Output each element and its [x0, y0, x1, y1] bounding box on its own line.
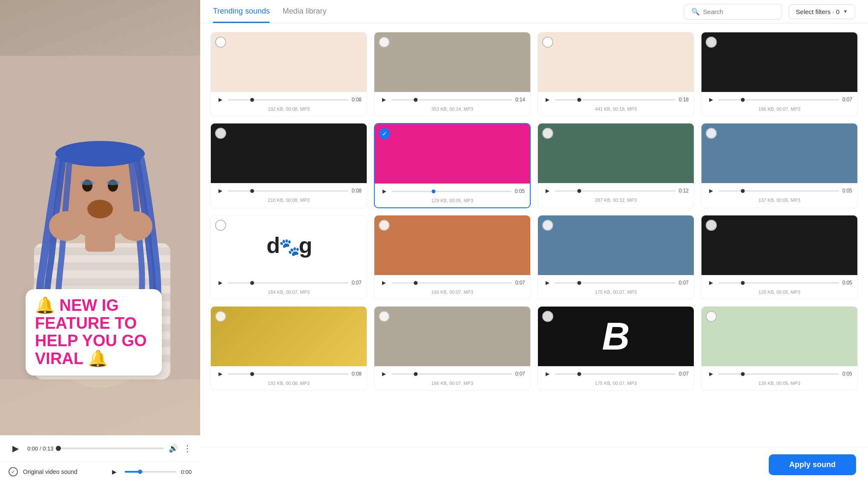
card-progress-bar[interactable] — [555, 373, 675, 375]
sound-card-4[interactable]: ▶ 0:07 186 KB, 00:07, MP3 — [701, 32, 858, 116]
chevron-down-icon: ▼ — [843, 9, 848, 14]
more-options-button[interactable]: ⋮ — [183, 443, 192, 453]
card-audio-row: ▶ 0:05 — [375, 184, 530, 197]
card-thumbnail — [211, 123, 367, 183]
card-progress-bar[interactable] — [555, 99, 675, 100]
card-progress-bar[interactable] — [719, 99, 839, 100]
card-select-badge[interactable] — [542, 311, 553, 322]
card-select-badge[interactable] — [706, 220, 717, 231]
search-icon: 🔍 — [691, 8, 700, 16]
card-audio-row: ▶ 0:08 — [211, 92, 367, 106]
card-progress-bar[interactable] — [228, 373, 348, 375]
sound-card-13[interactable]: ▶ 0:08 192 KB, 00:08, MP3 — [210, 306, 367, 390]
search-box[interactable]: 🔍 — [684, 4, 782, 20]
sound-card-8[interactable]: ▶ 0:05 137 KB, 00:05, MP3 — [701, 123, 858, 208]
card-duration: 0:05 — [842, 188, 852, 194]
sound-card-10[interactable]: ▶ 0:07 166 KB, 00:07, MP3 — [374, 215, 531, 299]
card-select-badge[interactable] — [542, 128, 553, 139]
card-select-badge[interactable] — [542, 37, 553, 48]
card-play-button[interactable]: ▶ — [707, 370, 715, 378]
filter-label: Select filters · 0 — [796, 8, 840, 15]
card-select-badge[interactable] — [215, 37, 226, 48]
card-progress-bar[interactable] — [555, 190, 675, 192]
card-select-badge[interactable] — [215, 311, 226, 322]
video-progress-bar[interactable] — [58, 448, 164, 449]
sound-card-1[interactable]: ▶ 0:08 192 KB, 00:08, MP3 — [210, 32, 367, 116]
apply-sound-button[interactable]: Apply sound — [769, 454, 856, 475]
card-play-button[interactable]: ▶ — [543, 95, 552, 104]
card-progress-dot — [414, 281, 417, 285]
tab-media-library[interactable]: Media library — [282, 7, 326, 23]
card-select-badge[interactable] — [706, 37, 717, 48]
card-play-button[interactable]: ▶ — [543, 186, 552, 195]
card-select-badge[interactable] — [379, 220, 390, 231]
card-thumbnail — [211, 307, 367, 366]
volume-button[interactable]: 🔊 — [169, 444, 178, 453]
sound-card-11[interactable]: ▶ 0:07 175 KB, 00:07, MP3 — [537, 215, 694, 299]
original-progress-bar[interactable] — [125, 471, 176, 473]
filter-button[interactable]: Select filters · 0 ▼ — [789, 4, 855, 19]
card-play-button[interactable]: ▶ — [379, 95, 388, 104]
card-audio-row: ▶ 0:07 — [701, 92, 857, 106]
card-play-button[interactable]: ▶ — [216, 95, 224, 104]
card-play-button[interactable]: ▶ — [216, 370, 224, 378]
card-play-button[interactable]: ▶ — [707, 278, 715, 287]
card-play-button[interactable]: ▶ — [380, 187, 388, 195]
card-meta: 287 KB, 00:12, MP3 — [538, 197, 694, 207]
play-button[interactable]: ▶ — [9, 442, 22, 455]
sound-card-6[interactable]: ✓ ▶ 0:05 129 KB, 00:05, MP3 — [374, 123, 531, 208]
card-progress-bar[interactable] — [719, 373, 839, 375]
card-progress-bar[interactable] — [392, 191, 512, 192]
card-play-button[interactable]: ▶ — [216, 278, 224, 287]
card-select-badge[interactable] — [379, 311, 390, 322]
card-progress-bar[interactable] — [719, 190, 839, 192]
card-select-badge[interactable] — [706, 128, 717, 139]
sound-grid: ▶ 0:08 192 KB, 00:08, MP3 ▶ 0:14 353 KB,… — [200, 23, 868, 447]
card-select-badge[interactable] — [706, 311, 717, 322]
card-meta: 192 KB, 00:08, MP3 — [211, 380, 367, 390]
sound-card-16[interactable]: ▶ 0:05 126 KB, 00:05, MP3 — [701, 306, 858, 390]
card-play-button[interactable]: ▶ — [543, 370, 552, 378]
card-progress-bar[interactable] — [391, 99, 512, 100]
tab-trending-sounds[interactable]: Trending sounds — [213, 7, 270, 23]
original-sound-check: ✓ — [9, 467, 18, 476]
card-play-button[interactable]: ▶ — [216, 186, 224, 195]
sound-card-3[interactable]: ▶ 0:18 441 KB, 00:18, MP3 — [537, 32, 694, 116]
sound-card-2[interactable]: ▶ 0:14 353 KB, 00:14, MP3 — [374, 32, 531, 116]
card-play-button[interactable]: ▶ — [379, 370, 388, 378]
card-play-button[interactable]: ▶ — [707, 186, 715, 195]
card-meta: 129 KB, 00:05, MP3 — [375, 197, 530, 207]
card-audio-row: ▶ 0:07 — [374, 275, 530, 289]
sound-card-14[interactable]: ▶ 0:07 166 KB, 00:07, MP3 — [374, 306, 531, 390]
card-progress-bar[interactable] — [391, 282, 512, 284]
card-select-badge[interactable] — [215, 220, 226, 231]
card-progress-bar[interactable] — [555, 282, 675, 284]
card-progress-bar[interactable] — [228, 282, 348, 284]
sound-card-12[interactable]: ▶ 0:05 126 KB, 00:05, MP3 — [701, 215, 858, 299]
sound-card-15[interactable]: B ▶ 0:07 175 KB, 00:07, MP3 — [537, 306, 694, 390]
video-time: 0:00 / 0:13 — [27, 445, 53, 452]
card-progress-bar[interactable] — [228, 190, 348, 192]
card-progress-bar[interactable] — [719, 282, 839, 284]
card-duration: 0:05 — [515, 188, 525, 194]
sound-card-5[interactable]: ▶ 0:08 210 KB, 00:08, MP3 — [210, 123, 367, 208]
card-play-button[interactable]: ▶ — [707, 95, 715, 104]
card-progress-dot — [577, 189, 581, 193]
card-select-badge[interactable] — [379, 37, 390, 48]
sound-card-9[interactable]: d🐾g ▶ 0:07 184 KB, 00:07, MP3 — [210, 215, 367, 299]
card-meta: 186 KB, 00:07, MP3 — [701, 106, 857, 116]
card-select-badge[interactable] — [215, 128, 226, 139]
original-play-button[interactable]: ▶ — [109, 467, 120, 477]
svg-point-16 — [55, 141, 145, 166]
sound-card-7[interactable]: ▶ 0:12 287 KB, 00:12, MP3 — [537, 123, 694, 208]
card-play-button[interactable]: ▶ — [543, 278, 552, 287]
card-progress-bar[interactable] — [228, 99, 348, 100]
card-meta: 166 KB, 00:07, MP3 — [374, 380, 530, 390]
card-progress-bar[interactable] — [391, 373, 512, 375]
card-duration: 0:12 — [679, 188, 689, 194]
card-select-badge[interactable] — [542, 220, 553, 231]
card-thumbnail — [538, 123, 694, 183]
search-input[interactable] — [703, 8, 775, 15]
card-play-button[interactable]: ▶ — [379, 278, 388, 287]
card-select-badge[interactable]: ✓ — [379, 128, 390, 139]
